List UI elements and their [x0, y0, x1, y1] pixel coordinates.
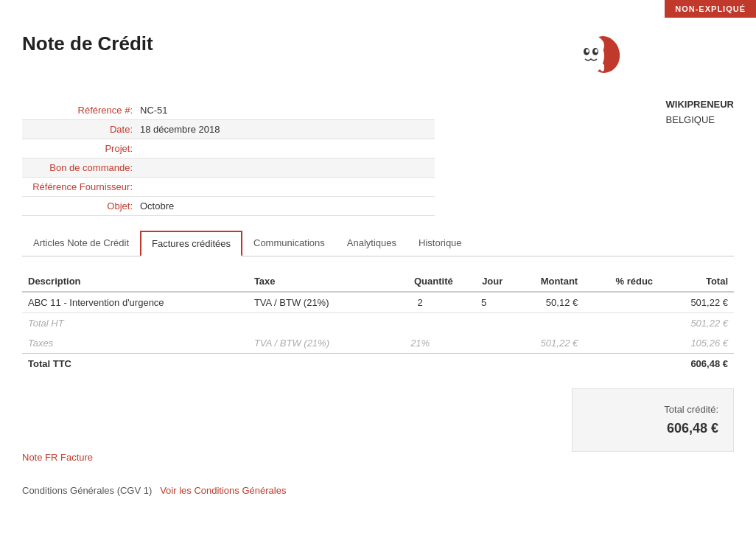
field-projet: Projet: [22, 139, 435, 158]
total-ht-label: Total HT [22, 313, 248, 334]
taxes-pct: 21% [382, 333, 459, 354]
tab-communications[interactable]: Communications [242, 231, 336, 256]
logo [563, 32, 622, 86]
item-total: 501,22 € [659, 292, 734, 313]
field-date: Date: 18 décembre 2018 [22, 120, 435, 139]
taxes-value: 105,26 € [659, 333, 734, 354]
item-jour: 5 [459, 292, 509, 313]
company-country: BELGIQUE [666, 114, 734, 125]
taxes-taxe: TVA / BTW (21%) [248, 333, 382, 354]
item-taxe: TVA / BTW (21%) [248, 292, 382, 313]
company-name: WIKIPRENEUR [666, 99, 734, 110]
conditions-section: Conditions Générales (CGV 1) Voir les Co… [22, 485, 734, 496]
col-reduc: % réduc [584, 271, 659, 292]
tab-factures-creditees[interactable]: Factures créditées [140, 231, 242, 256]
top-bar: NON-EXPLIQUÉ [0, 0, 756, 18]
non-explique-badge: NON-EXPLIQUÉ [665, 0, 756, 18]
taxes-base: 501,22 € [508, 333, 584, 354]
summary-amount: 606,48 € [587, 421, 718, 436]
total-ttc-label: Total TTC [22, 354, 248, 374]
invoice-table-section: Description Taxe Quantité Jour Montant %… [22, 271, 734, 374]
item-quantite: 2 [382, 292, 459, 313]
total-ht-value: 501,22 € [659, 313, 734, 334]
field-bon-commande: Bon de commande: [22, 158, 435, 178]
summary-label: Total crédité: [587, 404, 718, 415]
table-row: ABC 11 - Intervention d'urgence TVA / BT… [22, 292, 734, 313]
col-taxe: Taxe [248, 271, 382, 292]
conditions-link[interactable]: Voir les Conditions Générales [160, 485, 286, 496]
logo-icon [563, 32, 622, 84]
taxes-label: Taxes [22, 333, 248, 354]
tabs: Articles Note de Crédit Factures crédité… [22, 231, 734, 256]
field-reference-fournisseur: Référence Fournisseur: [22, 178, 435, 197]
col-total: Total [659, 271, 734, 292]
svg-point-5 [586, 49, 589, 53]
form-section: Référence #: NC-51 Date: 18 décembre 201… [22, 101, 435, 216]
company-info: WIKIPRENEUR BELGIQUE [666, 91, 734, 125]
field-reference: Référence #: NC-51 [22, 101, 435, 120]
item-montant: 50,12 € [508, 292, 584, 313]
field-objet: Objet: Octobre [22, 197, 435, 216]
invoice-table: Description Taxe Quantité Jour Montant %… [22, 271, 734, 374]
summary-box: Total crédité: 606,48 € [572, 388, 734, 452]
tab-historique[interactable]: Historique [407, 231, 473, 256]
footer-links: Note FR Facture [22, 452, 734, 463]
col-jour: Jour [459, 271, 509, 292]
item-description: ABC 11 - Intervention d'urgence [22, 292, 248, 313]
svg-point-2 [578, 35, 604, 56]
row-total-ttc: Total TTC 606,48 € [22, 354, 734, 374]
row-taxes: Taxes TVA / BTW (21%) 21% 501,22 € 105,2… [22, 333, 734, 354]
tab-articles-note-credit[interactable]: Articles Note de Crédit [22, 231, 140, 256]
page-title: Note de Crédit [22, 32, 548, 55]
conditions-label: Conditions Générales (CGV 1) [22, 485, 152, 496]
tab-analytiques[interactable]: Analytiques [336, 231, 407, 256]
svg-point-6 [595, 49, 598, 53]
col-description: Description [22, 271, 248, 292]
item-reduc [584, 292, 659, 313]
row-total-ht: Total HT 501,22 € [22, 313, 734, 334]
note-fr-facture-link[interactable]: Note FR Facture [22, 452, 93, 463]
col-montant: Montant [508, 271, 584, 292]
total-ttc-value: 606,48 € [659, 354, 734, 374]
col-quantite: Quantité [382, 271, 459, 292]
